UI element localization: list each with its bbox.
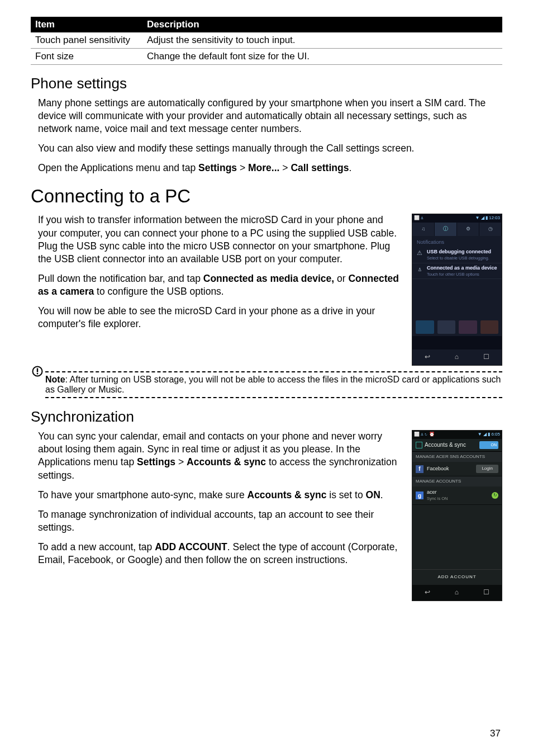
paragraph: You can sync your calendar, email and co…: [38, 430, 402, 481]
music-tab-icon[interactable]: ♫: [412, 223, 435, 236]
sync-toggle[interactable]: ON: [479, 441, 498, 449]
section-header: MANAGE ACCOUNTS: [412, 476, 502, 487]
status-icons-right: ▼ ◢ ▮ 6:05: [478, 432, 500, 438]
connecting-heading: Connecting to a PC: [31, 186, 502, 207]
home-icon[interactable]: ⌂: [455, 588, 459, 597]
table-cell-item: Touch panel sensitivity: [31, 32, 142, 49]
account-name: Facebook: [427, 466, 449, 472]
table-header-item: Item: [31, 17, 142, 32]
notification-item[interactable]: ⚠ USB debugging connected Select to disa…: [412, 247, 502, 263]
notification-item[interactable]: ⍋ Connected as a media device Touch for …: [412, 263, 502, 280]
svg-rect-2: [37, 373, 38, 374]
paragraph: Open the Applications menu and tap Setti…: [38, 162, 502, 174]
background-area: [412, 279, 502, 318]
notification-title: USB debugging connected: [427, 249, 491, 256]
paragraph: You will now be able to see the microSD …: [38, 305, 402, 330]
app-tile[interactable]: [437, 320, 456, 334]
paragraph: Many phone settings are automatically co…: [38, 97, 502, 135]
notification-subtitle: Touch for other USB options: [427, 272, 497, 277]
svg-rect-1: [37, 368, 38, 372]
status-icons-left: ⬜ ⍋ ↻ ⏰: [414, 432, 435, 438]
usb-debug-icon: ⚠: [416, 249, 423, 257]
note-label: Note: [45, 375, 65, 384]
clock-tab-icon[interactable]: ◷: [479, 223, 502, 236]
nav-bar: ↩ ⌂ ☐: [412, 349, 502, 365]
status-bar: ⬜ ⍋ ▼ ◢ ▮ 12:03: [412, 214, 502, 223]
account-row-facebook[interactable]: f Facebook Login: [412, 462, 502, 476]
back-icon[interactable]: ↩: [425, 588, 430, 597]
table-row: Font size Change the default font size f…: [31, 49, 502, 65]
settings-icon: [416, 442, 422, 448]
status-icons-left: ⬜ ⍋: [414, 215, 423, 221]
add-account-button[interactable]: ADD ACCOUNT: [412, 569, 502, 585]
recent-icon[interactable]: ☐: [483, 588, 489, 597]
paragraph: To add a new account, tap ADD ACCOUNT. S…: [38, 541, 402, 566]
usb-media-icon: ⍋: [416, 265, 423, 273]
paragraph: To have your smartphone auto-sync, make …: [38, 489, 402, 502]
note-box: Note: After turning on USB storage, you …: [45, 371, 502, 398]
table-cell-desc: Adjust the sensitivity to touch input.: [142, 32, 502, 49]
table-cell-item: Font size: [31, 49, 142, 65]
synchronization-heading: Synchronization: [31, 408, 502, 426]
page-number: 37: [490, 728, 501, 739]
home-icon[interactable]: ⌂: [455, 353, 459, 362]
notification-tabs: ♫ ⓘ ⚙ ◷: [412, 223, 502, 236]
phone-settings-heading: Phone settings: [31, 75, 502, 92]
table-row: Touch panel sensitivity Adjust the sensi…: [31, 32, 502, 49]
nav-bar: ↩ ⌂ ☐: [412, 585, 502, 601]
screenshot-notifications-panel: ⬜ ⍋ ▼ ◢ ▮ 12:03 ♫ ⓘ ⚙ ◷ Notifications ⚠ …: [412, 214, 502, 366]
paragraph: You can also view and modify these setti…: [38, 142, 502, 155]
dock-blur: [412, 336, 502, 349]
recent-icon[interactable]: ☐: [483, 353, 489, 362]
app-tile[interactable]: [459, 320, 477, 334]
paragraph: Pull down the notification bar, and tap …: [38, 272, 402, 298]
notification-subtitle: Select to disable USB debugging.: [427, 256, 491, 261]
account-name: acer: [427, 489, 437, 495]
screenshot-accounts-sync: ⬜ ⍋ ↻ ⏰ ▼ ◢ ▮ 6:05 Accounts & sync ON MA…: [412, 430, 502, 601]
empty-area: [412, 505, 502, 569]
app-tile[interactable]: [416, 320, 434, 334]
settings-tab-icon[interactable]: ⚙: [457, 223, 479, 236]
table-header-description: Description: [142, 17, 502, 32]
status-icons-right: ▼ ◢ ▮ 12:03: [475, 215, 500, 221]
notification-title: Connected as a media device: [427, 265, 497, 272]
google-icon: g: [416, 492, 423, 499]
notifications-header: Notifications: [412, 236, 502, 247]
account-row-acer[interactable]: g acer Sync is ON ↻: [412, 486, 502, 505]
paragraph: To manage synchronization of individual …: [38, 508, 402, 534]
warning-icon: [30, 366, 45, 379]
settings-table: Item Description Touch panel sensitivity…: [31, 17, 502, 65]
info-tab-icon[interactable]: ⓘ: [435, 223, 457, 236]
table-cell-desc: Change the default font size for the UI.: [142, 49, 502, 65]
sync-status-icon: ↻: [492, 492, 498, 499]
screen-title: Accounts & sync: [425, 441, 466, 448]
app-tile[interactable]: [480, 320, 499, 334]
back-icon[interactable]: ↩: [425, 353, 430, 362]
status-bar: ⬜ ⍋ ↻ ⏰ ▼ ◢ ▮ 6:05: [412, 431, 502, 439]
note-body: : After turning on USB storage, you will…: [45, 375, 501, 394]
section-header: MANAGE ACER SNS ACCOUNTS: [412, 452, 502, 462]
paragraph: If you wish to transfer information betw…: [38, 214, 402, 265]
account-status: Sync is ON: [427, 496, 448, 502]
screen-title-bar: Accounts & sync ON: [412, 439, 502, 452]
app-tiles: [412, 318, 502, 336]
login-button[interactable]: Login: [476, 465, 498, 473]
facebook-icon: f: [416, 465, 423, 473]
